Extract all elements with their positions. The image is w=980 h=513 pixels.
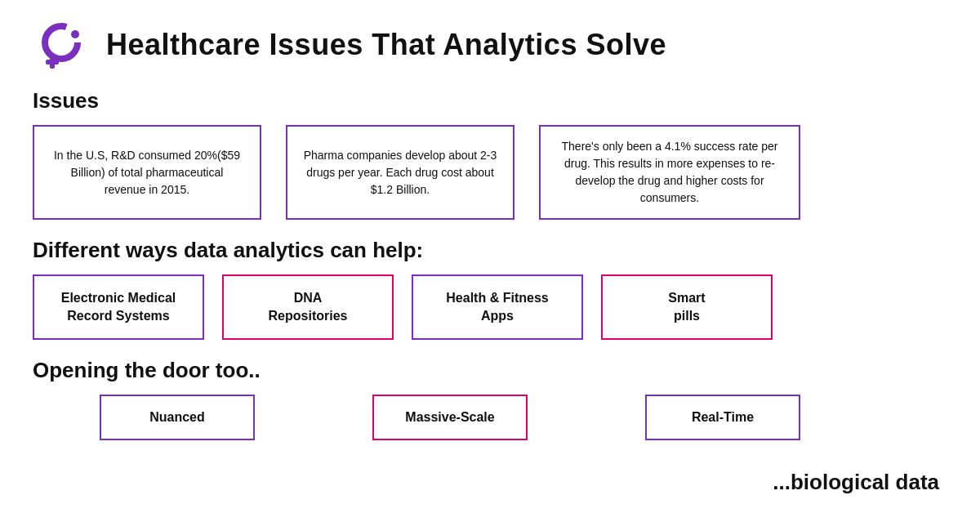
opening-section: Opening the door too.. Nuanced Massive-S… — [33, 358, 947, 440]
opening-row: Nuanced Massive-Scale Real-Time — [33, 395, 947, 440]
issue-box-3: There's only been a 4.1% success rate pe… — [539, 125, 800, 220]
issues-heading: Issues — [33, 88, 947, 114]
issues-row: In the U.S, R&D consumed 20%($59 Billion… — [33, 125, 947, 220]
way-box-smart: Smartpills — [601, 274, 773, 340]
bio-data-text: ...biological data — [773, 470, 939, 495]
issue-box-1: In the U.S, R&D consumed 20%($59 Billion… — [33, 125, 261, 220]
issues-section: Issues In the U.S, R&D consumed 20%($59 … — [33, 88, 947, 220]
way-box-emr: Electronic MedicalRecord Systems — [33, 274, 204, 340]
page: Healthcare Issues That Analytics Solve I… — [0, 0, 980, 513]
ways-row: Electronic MedicalRecord Systems DNARepo… — [33, 274, 947, 340]
page-title: Healthcare Issues That Analytics Solve — [106, 28, 666, 62]
opening-box-nuanced: Nuanced — [100, 395, 255, 440]
svg-point-1 — [71, 30, 79, 38]
ways-heading: Different ways data analytics can help: — [33, 238, 947, 263]
opening-heading: Opening the door too.. — [33, 358, 947, 383]
opening-box-massive: Massive-Scale — [372, 395, 528, 440]
way-box-health: Health & FitnessApps — [412, 274, 583, 340]
issue-box-2: Pharma companies develop about 2-3 drugs… — [286, 125, 514, 220]
opening-box-realtime: Real-Time — [645, 395, 800, 440]
header: Healthcare Issues That Analytics Solve — [33, 16, 947, 74]
logo-icon — [33, 16, 90, 74]
way-box-dna: DNARepositories — [222, 274, 394, 340]
ways-section: Different ways data analytics can help: … — [33, 238, 947, 340]
svg-rect-3 — [50, 56, 55, 69]
